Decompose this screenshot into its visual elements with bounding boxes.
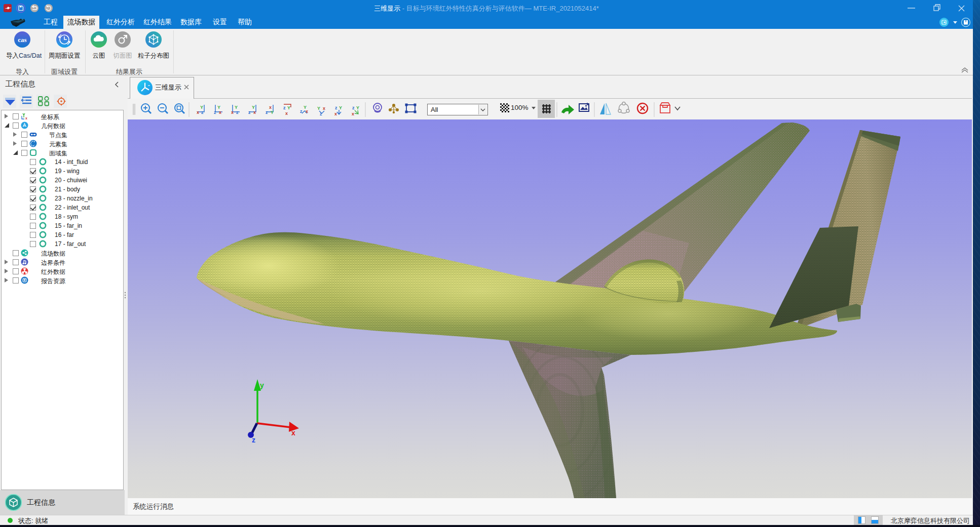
- svg-text:z: z: [248, 110, 251, 115]
- svg-text:x: x: [306, 109, 308, 114]
- svg-text:Y: Y: [317, 106, 320, 111]
- svg-text:y: y: [260, 381, 264, 389]
- svg-text:Y: Y: [200, 105, 203, 110]
- svg-text:Y: Y: [356, 105, 359, 110]
- svg-text:x: x: [334, 111, 337, 116]
- svg-text:x: x: [323, 106, 325, 111]
- svg-text:Y: Y: [235, 105, 238, 110]
- svg-text:x: x: [253, 110, 256, 115]
- svg-text:x: x: [291, 429, 295, 437]
- svg-text:z: z: [201, 110, 204, 115]
- svg-text:z: z: [252, 436, 255, 444]
- svg-text:Y: Y: [271, 110, 274, 115]
- svg-text:z: z: [352, 105, 355, 110]
- svg-text:Y: Y: [287, 105, 290, 110]
- svg-text:x: x: [352, 111, 354, 116]
- svg-text:z: z: [236, 110, 239, 115]
- svg-text:z: z: [214, 110, 216, 115]
- svg-text:z: z: [335, 105, 337, 110]
- svg-text:x: x: [285, 111, 288, 116]
- svg-text:x: x: [219, 110, 221, 115]
- svg-text:100%: 100%: [511, 104, 529, 111]
- svg-text:x: x: [25, 116, 27, 120]
- svg-text:z: z: [320, 111, 322, 116]
- svg-text:z: z: [283, 105, 286, 110]
- svg-text:Y: Y: [339, 105, 342, 110]
- svg-text:z: z: [266, 110, 268, 115]
- svg-text:z: z: [300, 109, 303, 114]
- svg-text:x: x: [197, 110, 199, 115]
- svg-text:x: x: [231, 110, 234, 115]
- svg-text:x: x: [269, 105, 272, 110]
- svg-text:Y: Y: [217, 105, 220, 110]
- svg-text:cas: cas: [18, 36, 26, 44]
- svg-text:Y: Y: [252, 105, 255, 110]
